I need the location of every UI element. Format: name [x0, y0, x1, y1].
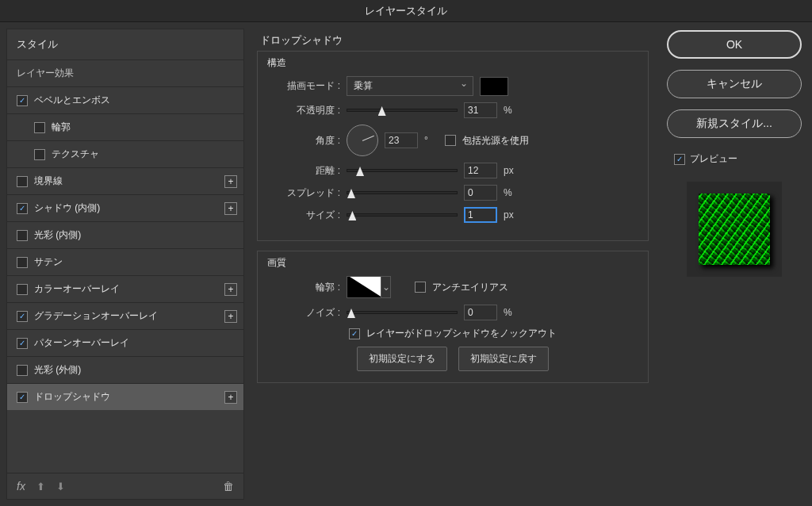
style-checkbox[interactable]	[17, 392, 28, 403]
distance-input[interactable]: 12	[464, 163, 497, 178]
blend-mode-row: 描画モード : 乗算	[267, 76, 638, 96]
distance-unit: px	[504, 165, 518, 176]
style-checkbox[interactable]	[17, 230, 28, 241]
contour-row: 輪郭 : ⌄ アンチエイリアス	[267, 276, 638, 298]
add-effect-icon[interactable]: +	[224, 310, 237, 323]
fx-menu-button[interactable]: fx	[17, 480, 25, 493]
preview-thumbnail	[687, 182, 782, 277]
styles-header: スタイル	[7, 29, 243, 59]
style-checkbox[interactable]	[17, 176, 28, 187]
size-label: サイズ :	[267, 209, 340, 222]
blend-mode-select[interactable]: 乗算	[347, 76, 473, 96]
add-effect-icon[interactable]: +	[224, 202, 237, 215]
style-checkbox[interactable]	[17, 365, 28, 376]
quality-legend: 画質	[267, 256, 638, 270]
add-effect-icon[interactable]: +	[224, 283, 237, 296]
opacity-unit: %	[504, 105, 518, 116]
noise-unit: %	[504, 307, 518, 318]
default-buttons-row: 初期設定にする 初期設定に戻す	[267, 347, 638, 371]
size-row: サイズ : 1 px	[267, 207, 638, 223]
style-item-6[interactable]: サテン	[7, 248, 243, 275]
style-item-7[interactable]: カラーオーバーレイ+	[7, 275, 243, 302]
add-effect-icon[interactable]: +	[224, 175, 237, 188]
style-checkbox[interactable]	[34, 149, 45, 160]
style-label: シャドウ (内側)	[34, 201, 100, 215]
cancel-button[interactable]: キャンセル	[667, 70, 802, 98]
angle-label: 角度 :	[267, 134, 340, 148]
preview-checkbox[interactable]	[674, 154, 685, 165]
structure-fieldset: 構造 描画モード : 乗算 不透明度 : 31 % 角度 : 23 ° 包括光源…	[257, 51, 649, 241]
shadow-color-swatch[interactable]	[480, 77, 508, 96]
preview-label: プレビュー	[690, 152, 737, 166]
preview-row: プレビュー	[674, 152, 737, 166]
knockout-checkbox[interactable]	[349, 328, 360, 339]
spread-input[interactable]: 0	[464, 185, 497, 201]
distance-row: 距離 : 12 px	[267, 163, 638, 178]
antialias-label: アンチエイリアス	[432, 281, 508, 294]
style-item-5[interactable]: 光彩 (内側)	[7, 221, 243, 248]
style-checkbox[interactable]	[17, 95, 28, 106]
style-list: ベベルとエンボス輪郭テクスチャ境界線+シャドウ (内側)+光彩 (内側)サテンカ…	[7, 86, 243, 473]
style-item-8[interactable]: グラデーションオーバーレイ+	[7, 302, 243, 329]
size-slider[interactable]	[347, 213, 458, 217]
layer-effects-header[interactable]: レイヤー効果	[7, 59, 243, 86]
new-style-button[interactable]: 新規スタイル...	[667, 109, 802, 138]
style-label: グラデーションオーバーレイ	[34, 309, 158, 323]
opacity-row: 不透明度 : 31 %	[267, 102, 638, 118]
ok-button[interactable]: OK	[667, 30, 802, 59]
angle-input[interactable]: 23	[385, 132, 418, 148]
spread-slider[interactable]	[347, 191, 458, 194]
move-down-icon[interactable]: ⬇	[56, 481, 65, 493]
angle-dial[interactable]	[347, 125, 378, 156]
style-checkbox[interactable]	[17, 257, 28, 268]
style-item-4[interactable]: シャドウ (内側)+	[7, 194, 243, 221]
contour-label: 輪郭 :	[267, 281, 340, 294]
style-checkbox[interactable]	[17, 203, 28, 214]
style-label: ドロップシャドウ	[34, 390, 110, 404]
opacity-input[interactable]: 31	[464, 102, 497, 118]
spread-unit: %	[504, 187, 518, 198]
knockout-row: レイヤーがドロップシャドウをノックアウト	[267, 327, 638, 340]
window-title: レイヤースタイル	[0, 0, 812, 22]
angle-row: 角度 : 23 ° 包括光源を使用	[267, 125, 638, 156]
style-checkbox[interactable]	[34, 122, 45, 133]
spread-row: スプレッド : 0 %	[267, 185, 638, 201]
style-item-11[interactable]: ドロップシャドウ+	[7, 383, 243, 410]
styles-footer: fx ⬆ ⬇ 🗑	[7, 473, 243, 499]
style-item-3[interactable]: 境界線+	[7, 167, 243, 194]
style-label: 光彩 (外側)	[34, 363, 81, 377]
style-checkbox[interactable]	[17, 311, 28, 322]
trash-icon[interactable]: 🗑	[223, 480, 234, 493]
style-item-1[interactable]: 輪郭	[7, 113, 243, 140]
spread-label: スプレッド :	[267, 186, 340, 200]
style-item-10[interactable]: 光彩 (外側)	[7, 356, 243, 383]
noise-input[interactable]: 0	[464, 305, 497, 320]
make-default-button[interactable]: 初期設定にする	[357, 347, 447, 371]
style-item-0[interactable]: ベベルとエンボス	[7, 86, 243, 113]
style-label: テクスチャ	[52, 148, 99, 161]
distance-slider[interactable]	[347, 169, 458, 172]
structure-legend: 構造	[267, 56, 638, 70]
blend-mode-label: 描画モード :	[267, 79, 340, 93]
global-light-checkbox[interactable]	[445, 135, 456, 146]
antialias-checkbox[interactable]	[415, 282, 426, 293]
side-panel: OK キャンセル 新規スタイル... プレビュー	[663, 29, 806, 500]
angle-unit: °	[424, 135, 439, 146]
size-input[interactable]: 1	[464, 207, 497, 223]
style-label: サテン	[34, 255, 63, 269]
move-up-icon[interactable]: ⬆	[36, 481, 45, 493]
preview-image	[699, 194, 770, 265]
style-checkbox[interactable]	[17, 284, 28, 295]
add-effect-icon[interactable]: +	[224, 391, 237, 404]
noise-row: ノイズ : 0 %	[267, 305, 638, 320]
style-label: パターンオーバーレイ	[34, 336, 129, 350]
dialog-body: スタイル レイヤー効果 ベベルとエンボス輪郭テクスチャ境界線+シャドウ (内側)…	[0, 22, 812, 506]
reset-default-button[interactable]: 初期設定に戻す	[458, 347, 549, 371]
noise-slider[interactable]	[347, 311, 458, 314]
style-item-2[interactable]: テクスチャ	[7, 140, 243, 167]
contour-picker[interactable]	[347, 276, 381, 298]
style-item-9[interactable]: パターンオーバーレイ	[7, 329, 243, 356]
opacity-slider[interactable]	[347, 109, 458, 112]
contour-chevron-icon[interactable]: ⌄	[381, 276, 391, 298]
style-checkbox[interactable]	[17, 338, 28, 349]
